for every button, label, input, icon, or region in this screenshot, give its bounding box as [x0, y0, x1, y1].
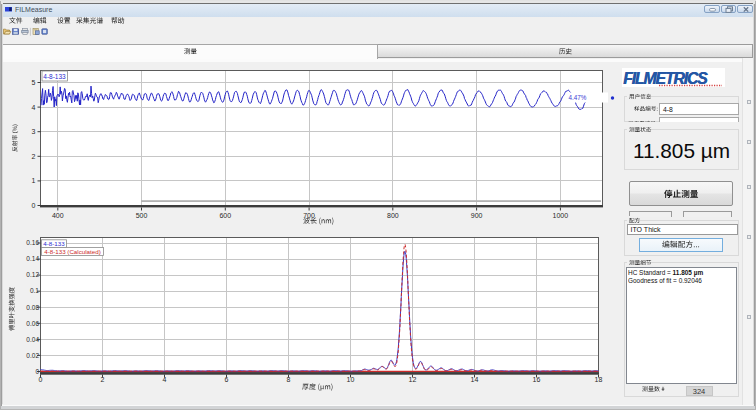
svg-text:0: 0: [32, 202, 36, 209]
svg-text:600: 600: [219, 212, 231, 219]
svg-text:4: 4: [163, 376, 167, 383]
svg-text:4-8-133: 4-8-133: [43, 73, 66, 80]
svg-text:16: 16: [533, 376, 541, 383]
svg-text:2: 2: [101, 376, 105, 383]
svg-text:0.14: 0.14: [26, 255, 39, 262]
svg-text:0.02: 0.02: [26, 352, 39, 359]
svg-text:4-8-133 (Calculated): 4-8-133 (Calculated): [44, 248, 100, 255]
svg-text:4.47%: 4.47%: [569, 94, 587, 101]
svg-text:500: 500: [136, 212, 148, 219]
svg-text:0.16: 0.16: [26, 239, 39, 246]
svg-text:4: 4: [32, 104, 36, 111]
svg-text:1000: 1000: [553, 212, 569, 219]
svg-text:1: 1: [32, 177, 36, 184]
svg-text:0.12: 0.12: [26, 271, 39, 278]
svg-text:0.04: 0.04: [26, 336, 39, 343]
svg-text:12: 12: [409, 376, 417, 383]
svg-text:5: 5: [32, 79, 36, 86]
svg-text:0.06: 0.06: [26, 320, 39, 327]
svg-text:0: 0: [39, 376, 43, 383]
svg-text:3: 3: [32, 128, 36, 135]
svg-text:0.08: 0.08: [26, 304, 39, 311]
svg-text:0.1: 0.1: [30, 287, 39, 294]
svg-text:10: 10: [347, 376, 355, 383]
svg-text:8: 8: [287, 376, 291, 383]
svg-text:800: 800: [387, 212, 399, 219]
svg-text:900: 900: [471, 212, 483, 219]
svg-text:18: 18: [595, 376, 603, 383]
svg-text:400: 400: [52, 212, 64, 219]
svg-text:2: 2: [32, 153, 36, 160]
svg-text:0: 0: [35, 368, 39, 375]
svg-text:14: 14: [471, 376, 479, 383]
svg-text:6: 6: [225, 376, 229, 383]
svg-text:4-8-133: 4-8-133: [43, 240, 65, 247]
